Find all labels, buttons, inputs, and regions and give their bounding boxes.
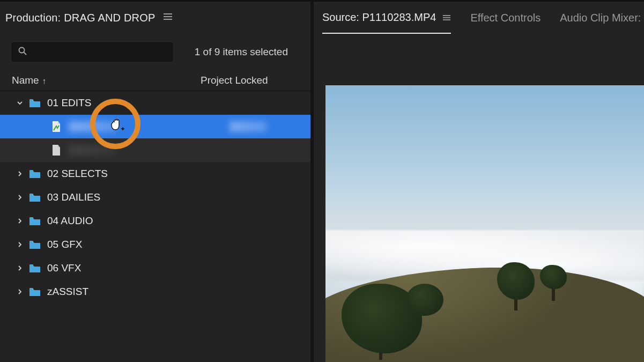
folder-row-02-selects[interactable]: 02 SELECTS <box>0 162 310 186</box>
search-icon <box>18 46 27 58</box>
folder-row-03-dailies[interactable]: 03 DAILIES <box>0 186 310 209</box>
column-name[interactable]: Name ↑ <box>12 75 201 86</box>
folder-icon <box>29 217 41 226</box>
folder-label: 01 EDITS <box>47 97 91 109</box>
preview-tree <box>540 265 567 289</box>
column-name-label: Name <box>12 75 39 86</box>
svg-rect-8 <box>29 217 33 219</box>
folder-row-04-audio[interactable]: 04 AUDIO <box>0 209 310 233</box>
source-preview-area <box>314 34 644 362</box>
search-row: 1 of 9 items selected <box>0 34 310 67</box>
folder-label: zASSIST <box>47 286 88 298</box>
monitor-tabs: Source: P1110283.MP4 Effect Controls Aud… <box>314 0 644 34</box>
project-panel-header: Production: DRAG AND DROP <box>0 0 310 34</box>
svg-rect-9 <box>29 241 33 242</box>
folder-label: 04 AUDIO <box>47 215 93 227</box>
svg-rect-10 <box>29 264 33 266</box>
panel-menu-icon[interactable] <box>163 13 173 23</box>
svg-rect-6 <box>29 170 33 172</box>
chevron-right-icon[interactable] <box>16 288 24 295</box>
column-project-locked[interactable]: Project Locked <box>201 75 292 86</box>
project-file-icon <box>51 121 61 132</box>
tab-source-filename: P1110283.MP4 <box>362 11 436 24</box>
preview-tree <box>406 284 443 316</box>
column-headers: Name ↑ Project Locked <box>0 70 310 91</box>
chevron-right-icon[interactable] <box>16 264 24 272</box>
title-project-name: DRAG AND DROP <box>64 12 155 24</box>
svg-rect-5 <box>29 99 33 101</box>
panel-menu-icon[interactable] <box>442 11 451 24</box>
project-tree: 01 EDITS 02 SELECTS <box>0 91 310 304</box>
source-monitor-panel: Source: P1110283.MP4 Effect Controls Aud… <box>310 0 644 362</box>
chevron-right-icon[interactable] <box>16 241 24 248</box>
folder-label: 05 GFX <box>47 239 82 250</box>
folder-label: 06 VFX <box>47 262 81 274</box>
sort-ascending-icon: ↑ <box>42 76 47 85</box>
folder-label: 02 SELECTS <box>47 168 108 180</box>
chevron-down-icon[interactable] <box>16 99 24 107</box>
app-root: Production: DRAG AND DROP 1 of 9 items s… <box>0 0 644 362</box>
preview-tree-trunk <box>552 288 555 301</box>
column-locked-label: Project Locked <box>201 75 268 86</box>
folder-icon <box>29 240 41 249</box>
redacted-locked-value <box>230 121 267 132</box>
folder-icon <box>29 99 41 108</box>
folder-icon <box>29 287 41 297</box>
svg-rect-7 <box>29 194 33 195</box>
search-input[interactable] <box>12 42 173 62</box>
selection-status: 1 of 9 items selected <box>195 46 299 58</box>
folder-row-05-gfx[interactable]: 05 GFX <box>0 233 310 256</box>
chevron-right-icon[interactable] <box>16 217 24 225</box>
chevron-right-icon[interactable] <box>16 170 24 178</box>
svg-rect-11 <box>29 288 33 290</box>
chevron-right-icon[interactable] <box>16 194 24 201</box>
tab-effect-controls[interactable]: Effect Controls <box>470 2 541 34</box>
folder-icon <box>29 193 41 202</box>
folder-row-zassist[interactable]: zASSIST <box>0 280 310 304</box>
source-video-frame[interactable] <box>325 85 644 362</box>
folder-label: 03 DAILIES <box>47 191 100 203</box>
project-item-selected[interactable] <box>0 115 310 138</box>
folder-row-06-vfx[interactable]: 06 VFX <box>0 256 310 280</box>
svg-point-3 <box>19 48 25 53</box>
tab-audio-clip-mixer[interactable]: Audio Clip Mixer: <box>560 2 641 34</box>
svg-line-4 <box>24 53 27 55</box>
project-item[interactable] <box>0 138 310 162</box>
folder-row-01-edits[interactable]: 01 EDITS <box>0 91 310 115</box>
tab-label: Audio Clip Mixer: <box>560 12 641 24</box>
project-panel-title: Production: DRAG AND DROP <box>5 12 156 24</box>
tab-source[interactable]: Source: P1110283.MP4 <box>322 2 451 34</box>
folder-icon <box>29 264 41 273</box>
redacted-item-name <box>69 145 117 156</box>
redacted-item-name <box>69 121 117 132</box>
tab-label: Effect Controls <box>470 12 541 24</box>
title-prefix: Production: <box>5 12 61 24</box>
folder-icon <box>29 169 41 179</box>
project-panel: Production: DRAG AND DROP 1 of 9 items s… <box>0 0 310 362</box>
tab-source-prefix: Source: <box>322 11 359 24</box>
project-file-icon <box>51 144 61 156</box>
